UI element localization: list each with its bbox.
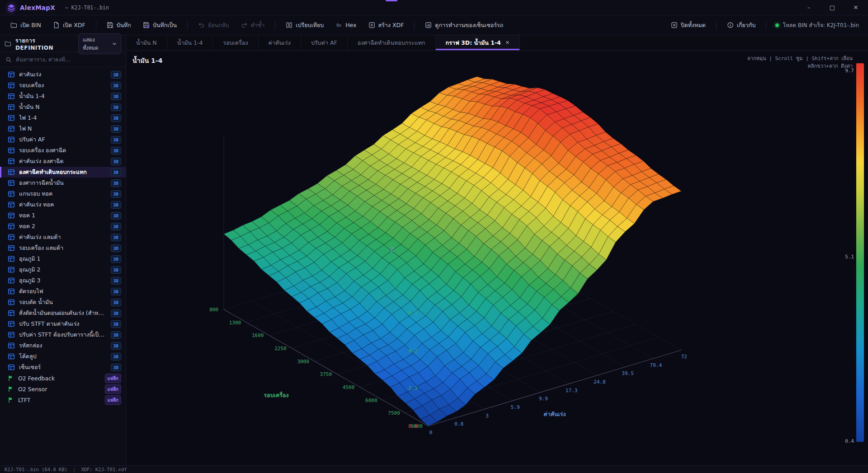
surface-chart[interactable]: 8001300160022503000375045006000750090000…: [126, 51, 868, 465]
definition-item-19[interactable]: อุณภูมิ 23D: [0, 264, 126, 275]
definition-item-8[interactable]: รอบเครื่อง องศาฉีด3D: [0, 145, 126, 156]
save-as-button[interactable]: บันทึกเป็น: [138, 18, 182, 33]
3d-badge: 3D: [111, 234, 121, 241]
toolbar-divider: [716, 21, 717, 30]
definition-item-1[interactable]: ค่าคันเร่ง3D: [0, 69, 126, 80]
svg-text:Z: Z: [390, 247, 393, 253]
close-all-button[interactable]: ปิดทั้งหมด: [666, 18, 711, 33]
definition-item-23[interactable]: สั่งตัดน้ำมันตอนผ่อนคันเร่ง (สำหรับจูนยิ…: [0, 308, 126, 318]
definition-item-10[interactable]: องศาฉีดทำเดินหอบกระแทก3D: [0, 167, 126, 178]
definition-item-2[interactable]: รอบเครื่อง3D: [0, 80, 126, 91]
undo-button: ย้อนกลับ: [193, 18, 234, 33]
table-icon: [8, 353, 15, 360]
open-xdf-button[interactable]: เปิด XDF: [48, 18, 90, 33]
close-button[interactable]: ✕: [852, 4, 860, 11]
sidebar-title: รายการ DEFINITION: [15, 36, 74, 51]
3d-badge: 3D: [111, 342, 121, 350]
definition-item-9[interactable]: ค่าคันเร่ง องศาฉีด3D: [0, 156, 126, 167]
open-bin-button[interactable]: เปิด BIN: [5, 18, 46, 33]
definition-item-30[interactable]: O2 Sensorแฟล็ก: [0, 384, 126, 394]
definition-item-24[interactable]: ปรับ STFT ตามค่าคันเร่ง3D: [0, 318, 126, 329]
svg-text:0: 0: [429, 430, 433, 436]
flag-icon: [8, 397, 14, 403]
tab-2[interactable]: น้ำมัน 1-4: [167, 35, 213, 50]
definition-item-31[interactable]: LTFTแฟล็ก: [0, 394, 126, 405]
tab-4[interactable]: ค่าคันเร่ง: [259, 35, 301, 50]
table-icon: [8, 342, 15, 349]
table-icon: [8, 136, 15, 143]
table-icon: [8, 223, 15, 230]
svg-text:72: 72: [681, 354, 687, 360]
toolbar-divider: [414, 21, 415, 30]
svg-text:2.3: 2.3: [408, 385, 417, 391]
definition-item-5[interactable]: ไฟ 1-43D: [0, 112, 126, 123]
definition-item-15[interactable]: ทอค 23D: [0, 221, 126, 232]
table-icon: [8, 147, 15, 154]
minimize-button[interactable]: –: [805, 4, 813, 11]
definition-item-27[interactable]: โค้ดลูป3D: [0, 351, 126, 362]
search-input[interactable]: [16, 56, 97, 63]
svg-text:7500: 7500: [388, 410, 400, 416]
tab-close-icon[interactable]: ✕: [505, 40, 509, 46]
compare-button[interactable]: เปรียบเทียบ: [281, 18, 329, 33]
table-icon: [8, 288, 15, 295]
definition-item-14[interactable]: ทอค 13D: [0, 210, 126, 221]
3d-badge: 3D: [111, 364, 121, 371]
definition-item-label: ทอค 1: [19, 211, 35, 220]
3d-badge: 3D: [111, 353, 121, 361]
tab-3[interactable]: รอบเครื่อง: [213, 35, 258, 50]
definition-item-29[interactable]: O2 Feedbackแฟล็ก: [0, 373, 126, 384]
about-button[interactable]: เกี่ยวกับ: [722, 18, 761, 33]
3d-badge: 3D: [111, 93, 121, 100]
definition-item-4[interactable]: น้ำมัน N3D: [0, 102, 126, 112]
tab-7[interactable]: กราฟ 3D: น้ำมัน 1-4✕: [436, 35, 520, 50]
live-sensor-button-label: ดูการทำงานของเซ็นเซอร์รถ: [435, 21, 503, 30]
live-sensor-button[interactable]: ดูการทำงานของเซ็นเซอร์รถ: [420, 18, 508, 33]
svg-text:39.5: 39.5: [622, 370, 634, 376]
save-button[interactable]: บันทึก: [102, 18, 136, 33]
svg-text:3: 3: [486, 413, 489, 419]
3d-badge: 3D: [111, 309, 121, 317]
definition-item-18[interactable]: อุณภูมิ 13D: [0, 253, 126, 264]
definition-item-12[interactable]: แกนรอบ ทอค3D: [0, 188, 126, 199]
tab-1[interactable]: น้ำมัน N: [126, 35, 167, 50]
definition-item-17[interactable]: รอบเครื่อง แลมด้า3D: [0, 243, 126, 253]
plus-square-icon: [368, 22, 375, 28]
3d-badge: 3D: [111, 244, 121, 252]
folder-icon: [10, 22, 17, 28]
folder-icon: [5, 40, 11, 47]
tab-6[interactable]: องศาฉีดทำเดินหอบกระแทก: [348, 35, 436, 50]
tab-5[interactable]: ปรับค่า AF: [301, 35, 348, 50]
definition-item-25[interactable]: ปรับค่า STFT ต้องปรับตารางนี้เป็น 283D: [0, 329, 126, 340]
definition-item-20[interactable]: อุณภูมิ 33D: [0, 275, 126, 286]
toolbar: เปิด BINเปิด XDFบันทึกบันทึกเป็นย้อนกลับ…: [0, 15, 868, 35]
filter-dropdown[interactable]: แสดงทั้งหมด: [78, 33, 121, 54]
hex-button-label: Hex: [345, 22, 356, 28]
definition-item-6[interactable]: ไฟ N3D: [0, 123, 126, 134]
svg-text:70.4: 70.4: [650, 362, 662, 368]
file-icon: [53, 22, 60, 28]
definition-item-16[interactable]: ค่าคันเร่ง แลมด้า3D: [0, 232, 126, 243]
maximize-button[interactable]: □: [828, 4, 836, 11]
definition-item-7[interactable]: ปรับค่า AF3D: [0, 134, 126, 145]
create-xdf-button-label: สร้าง XDF: [378, 21, 404, 30]
create-xdf-button[interactable]: สร้าง XDF: [363, 18, 409, 33]
definition-item-label: O2 Feedback: [18, 375, 55, 382]
definition-item-21[interactable]: ตัดรอบไฟ3D: [0, 286, 126, 297]
window-file-name: — K2J-T01-.bin: [65, 5, 109, 11]
colorbar: [856, 63, 864, 442]
definition-item-26[interactable]: รหัสกล่อง3D: [0, 340, 126, 351]
hex-button[interactable]: 0xHex: [330, 19, 361, 31]
about-button-label: เกี่ยวกับ: [737, 21, 756, 30]
3d-badge: 3D: [111, 82, 121, 89]
definition-item-28[interactable]: เซ็นเซอร์3D: [0, 362, 126, 373]
statusbar-bin-file: K2J-T01-.bin (64.0 KB): [5, 467, 67, 472]
definition-item-3[interactable]: น้ำมัน 1-43D: [0, 91, 126, 102]
definition-item-11[interactable]: องศาการฉีดน้ำมัน3D: [0, 178, 126, 188]
app-window: AlexMapX — K2J-T01-.bin – □ ✕ เปิด BINเป…: [0, 0, 868, 473]
svg-text:9.9: 9.9: [539, 396, 548, 402]
svg-text:1600: 1600: [252, 333, 264, 338]
definition-item-22[interactable]: รอบตัด น้ำมัน3D: [0, 297, 126, 308]
definition-list: ค่าคันเร่ง3Dรอบเครื่อง3Dน้ำมัน 1-43Dน้ำม…: [0, 67, 126, 465]
definition-item-13[interactable]: ค่าคันเร่ง ทอค3D: [0, 199, 126, 210]
